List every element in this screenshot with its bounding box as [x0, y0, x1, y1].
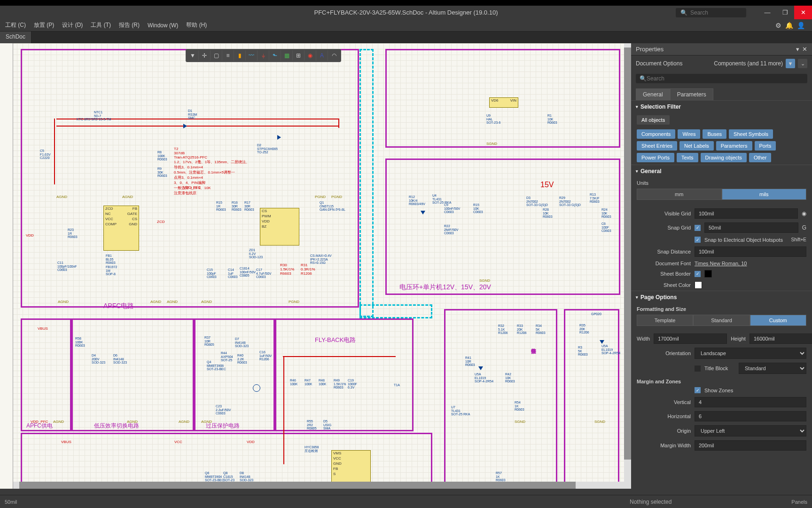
visibility-icon[interactable]: ◉	[802, 210, 806, 217]
menu-design[interactable]: 设计 (D)	[59, 20, 86, 31]
comp-d6: D6 IN4148 SOD-323	[113, 354, 127, 365]
pill-sheet-symbols[interactable]: Sheet Symbols	[729, 129, 773, 139]
menu-place[interactable]: 放置 (P)	[31, 20, 57, 31]
pill-texts[interactable]: Texts	[677, 153, 698, 162]
scrollbar-h-thumb[interactable]	[19, 482, 576, 489]
pill-other[interactable]: Other	[749, 153, 772, 162]
close-panel-icon[interactable]: ✕	[802, 46, 807, 53]
menu-report[interactable]: 报告 (R)	[116, 20, 142, 31]
menu-project[interactable]: 工程 (C)	[2, 20, 29, 31]
tab-general[interactable]: General	[636, 88, 670, 100]
pill-buses[interactable]: Buses	[703, 129, 726, 139]
settings-icon[interactable]: ⚙	[775, 22, 781, 29]
unit-mils[interactable]: mils	[722, 189, 807, 200]
filter-clear-icon[interactable]: ⌄	[798, 59, 807, 68]
fmt-standard[interactable]: Standard	[693, 315, 750, 326]
unit-mm[interactable]: mm	[637, 189, 722, 200]
scrollbar-vertical[interactable]	[624, 43, 631, 482]
maximize-button[interactable]: ❐	[776, 6, 794, 19]
text-icon[interactable]: A	[316, 50, 328, 61]
pill-drawing-objects[interactable]: Drawing objects	[701, 153, 747, 162]
net-icon[interactable]: ⊞	[293, 50, 304, 61]
pill-net-labels[interactable]: Net Labels	[679, 141, 714, 151]
sheet-border-check[interactable]: ✓	[695, 271, 701, 277]
title-block-check[interactable]	[695, 365, 701, 372]
origin-select[interactable]: Upper Left	[695, 425, 806, 437]
ic-u2[interactable]: CS PWM VDD BZ	[260, 208, 299, 246]
notification-icon[interactable]: 🔔	[785, 22, 793, 29]
select-icon[interactable]: ▢	[211, 50, 222, 61]
title-block-select[interactable]: Standard	[739, 363, 806, 374]
global-search[interactable]: 🔍	[676, 8, 746, 17]
height-input[interactable]	[750, 333, 812, 344]
gnd-icon[interactable]: ⏚	[258, 50, 269, 61]
props-search[interactable]: 🔍	[636, 74, 807, 83]
pill-all-objects[interactable]: All objects	[637, 115, 670, 125]
wire-icon[interactable]: 〰	[246, 50, 258, 61]
menu-window[interactable]: Window (W)	[145, 21, 181, 30]
horizontal-label: Horizontal	[637, 413, 691, 419]
user-icon[interactable]: 👤	[797, 22, 805, 29]
pin-icon[interactable]: ▾	[796, 46, 799, 53]
horizontal-input[interactable]	[695, 411, 806, 421]
floating-toolbar: ▼ ✢ ▢ ≡ ▮ 〰 ⏚ ⬑ ▦ ⊞ ◉ A ◠	[186, 49, 341, 62]
snap-grid-input[interactable]	[704, 222, 798, 233]
fmt-custom[interactable]: Custom	[750, 315, 806, 326]
filter-icon[interactable]: ▼	[187, 50, 199, 61]
pill-ports[interactable]: Ports	[755, 141, 776, 151]
pill-sheet-entries[interactable]: Sheet Entries	[637, 141, 677, 151]
snap-grid-check[interactable]: ✓	[695, 225, 701, 231]
comp-d5: D5 USIG SMA	[323, 420, 331, 430]
vertical-input[interactable]	[695, 397, 806, 407]
section-general[interactable]: General	[631, 165, 812, 177]
orientation-select[interactable]: Landscape	[695, 348, 806, 359]
section-page-options[interactable]: Page Options	[631, 291, 812, 303]
probe-icon[interactable]: ◉	[304, 50, 316, 61]
net-vdd: VDD	[26, 233, 34, 238]
menu-help[interactable]: 帮助 (H)	[183, 20, 210, 31]
sheet-icon[interactable]: ▦	[281, 50, 293, 61]
menu-tools[interactable]: 工具 (T)	[88, 20, 114, 31]
panels-button[interactable]: Panels	[791, 499, 807, 505]
ic-u1[interactable]: ZCDFB NCGATE VCCCS COMPGND	[103, 206, 139, 251]
align-icon[interactable]: ≡	[222, 50, 234, 61]
close-button[interactable]: ✕	[794, 6, 812, 19]
pill-parameters[interactable]: Parameters	[716, 141, 752, 151]
props-search-input[interactable]	[647, 75, 804, 82]
tab-schdoc[interactable]: SchDoc	[0, 32, 31, 43]
pill-wires[interactable]: Wires	[678, 129, 700, 139]
schematic-canvas[interactable]: ▼ ✢ ▢ ≡ ▮ 〰 ⏚ ⬑ ▦ ⊞ ◉ A ◠ APFC电路 电压环+单片机…	[0, 43, 631, 489]
scrollbar-v-thumb[interactable]	[624, 48, 631, 460]
comp-icon[interactable]: ▮	[234, 50, 246, 61]
comp-r58: R58 100K R0603	[75, 337, 85, 348]
snap-hot-check[interactable]: ✓	[695, 237, 701, 243]
led-3	[600, 340, 604, 344]
visible-grid-input[interactable]	[695, 208, 798, 219]
comp-u5a: U5A EL1019 SOP-4-2R54	[601, 344, 620, 355]
minimize-button[interactable]: —	[758, 6, 776, 19]
sheet-color-swatch[interactable]	[695, 281, 702, 289]
ic-top-right[interactable]: VD6VIN	[489, 97, 518, 108]
fmt-template[interactable]: Template	[637, 315, 693, 326]
tab-parameters[interactable]: Parameters	[670, 88, 713, 100]
search-input[interactable]	[690, 9, 742, 16]
comp-r41: R41 10R R0603	[465, 356, 475, 367]
arc-icon[interactable]: ◠	[328, 50, 340, 61]
agnd3: AGND	[58, 300, 69, 304]
show-zones-check[interactable]: ✓	[695, 387, 701, 393]
pill-power-ports[interactable]: Power Ports	[637, 153, 674, 162]
snap-dist-input[interactable]	[695, 246, 806, 257]
comp-r15: R15 1R R0603	[216, 201, 226, 212]
doc-font-value[interactable]: Times New Roman, 10	[695, 261, 806, 266]
sheet-border-color[interactable]	[704, 270, 712, 278]
width-input[interactable]	[654, 333, 727, 344]
scrollbar-horizontal[interactable]	[13, 482, 631, 489]
move-icon[interactable]: ✢	[199, 50, 211, 61]
section-selection-filter[interactable]: Selection Filter	[631, 100, 812, 113]
comp-r32: R32 5.1K R1206	[498, 324, 508, 335]
pill-components[interactable]: Components	[637, 129, 675, 139]
margin-width-input[interactable]	[695, 440, 806, 451]
port-icon[interactable]: ⬑	[269, 50, 281, 61]
pgnd1: PGND	[289, 300, 299, 304]
filter-toggle-icon[interactable]: ▼	[786, 59, 795, 68]
